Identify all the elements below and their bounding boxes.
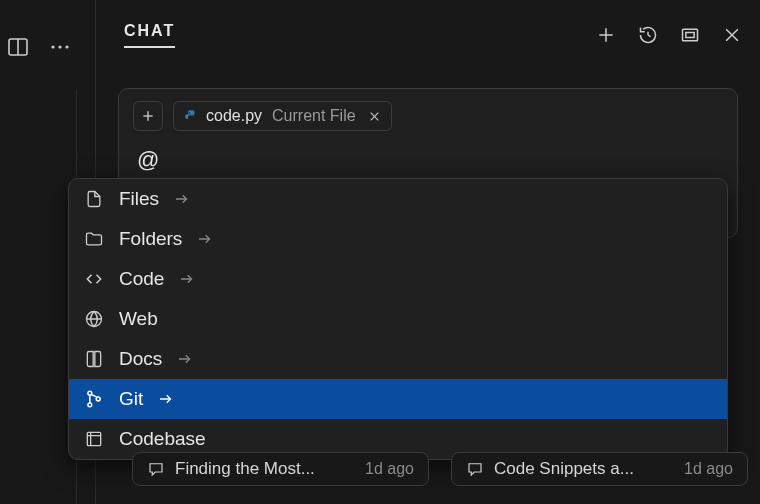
code-icon <box>83 269 105 289</box>
context-menu-item-code[interactable]: Code <box>69 259 727 299</box>
more-actions-icon[interactable] <box>48 35 72 59</box>
split-editor-icon[interactable] <box>6 35 30 59</box>
svg-point-23 <box>88 403 92 407</box>
arrow-right-icon <box>178 270 196 288</box>
git-icon <box>83 389 105 409</box>
context-file-chip[interactable]: code.py Current File <box>173 101 392 131</box>
context-menu-item-files[interactable]: Files <box>69 179 727 219</box>
context-menu-label: Docs <box>119 348 162 370</box>
dock-panel-icon[interactable] <box>680 25 700 45</box>
recent-chat-card[interactable]: Finding the Most...1d ago <box>132 452 429 486</box>
svg-line-8 <box>648 35 651 37</box>
svg-rect-26 <box>87 432 100 445</box>
svg-point-24 <box>96 397 100 401</box>
svg-rect-9 <box>683 29 698 41</box>
context-menu-label: Code <box>119 268 164 290</box>
context-menu-label: Codebase <box>119 428 206 450</box>
context-menu-label: Files <box>119 188 159 210</box>
docs-icon <box>83 349 105 369</box>
files-icon <box>83 189 105 209</box>
recent-chat-title: Finding the Most... <box>175 459 355 479</box>
web-icon <box>83 309 105 329</box>
add-context-button[interactable] <box>133 101 163 131</box>
new-chat-icon[interactable] <box>596 25 616 45</box>
codebase-icon <box>83 429 105 449</box>
close-icon[interactable] <box>722 25 742 45</box>
arrow-right-icon <box>157 390 175 408</box>
context-menu-item-web[interactable]: Web <box>69 299 727 339</box>
recent-chat-card[interactable]: Code Snippets a...1d ago <box>451 452 748 486</box>
arrow-right-icon <box>173 190 191 208</box>
recent-chats-row: Finding the Most...1d agoCode Snippets a… <box>132 452 748 486</box>
chat-tab-title[interactable]: CHAT <box>124 22 175 48</box>
chat-header: CHAT <box>96 0 760 70</box>
folders-icon <box>83 229 105 249</box>
context-menu-item-docs[interactable]: Docs <box>69 339 727 379</box>
recent-chat-time: 1d ago <box>365 460 414 478</box>
context-menu-item-git[interactable]: Git <box>69 379 727 419</box>
remove-context-icon[interactable] <box>368 110 381 123</box>
context-menu: FilesFoldersCodeWebDocsGitCodebase <box>68 178 728 460</box>
context-menu-label: Git <box>119 388 143 410</box>
recent-chat-time: 1d ago <box>684 460 733 478</box>
context-menu-label: Web <box>119 308 158 330</box>
svg-point-3 <box>58 45 61 48</box>
chat-input-text[interactable]: @ <box>137 147 723 173</box>
svg-point-2 <box>51 45 54 48</box>
context-file-hint: Current File <box>272 107 356 125</box>
python-file-icon <box>184 109 198 123</box>
arrow-right-icon <box>196 230 214 248</box>
arrow-right-icon <box>176 350 194 368</box>
context-menu-item-folders[interactable]: Folders <box>69 219 727 259</box>
chat-icon <box>147 460 165 478</box>
svg-rect-10 <box>686 33 694 38</box>
context-menu-label: Folders <box>119 228 182 250</box>
recent-chat-title: Code Snippets a... <box>494 459 674 479</box>
chat-icon <box>466 460 484 478</box>
context-file-name: code.py <box>206 107 262 125</box>
history-icon[interactable] <box>638 25 658 45</box>
svg-point-4 <box>65 45 68 48</box>
